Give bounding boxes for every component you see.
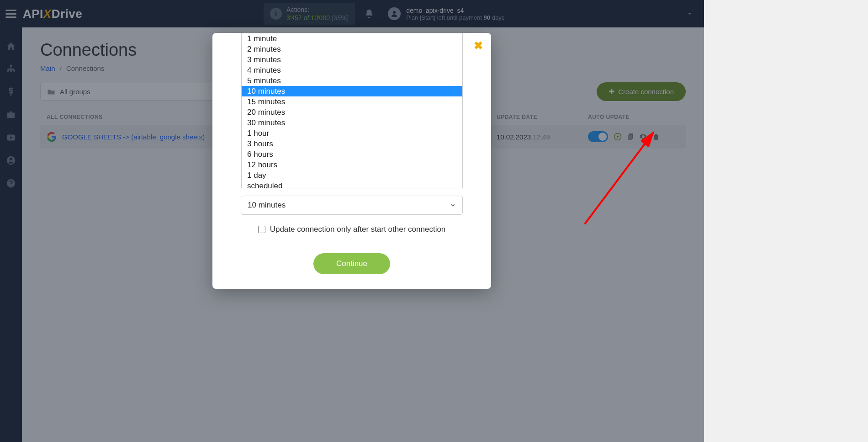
update-after-label: Update connection only after start other… (270, 225, 446, 234)
interval-option[interactable]: 20 minutes (242, 107, 462, 117)
interval-option[interactable]: 12 hours (242, 160, 462, 170)
interval-option[interactable]: 1 hour (242, 128, 462, 138)
modal-close-button[interactable]: ✖ (474, 39, 483, 52)
interval-option[interactable]: 30 minutes (242, 117, 462, 128)
interval-option[interactable]: 1 day (242, 170, 462, 181)
interval-option[interactable]: 2 minutes (242, 44, 462, 54)
continue-button[interactable]: Continue (313, 253, 390, 274)
interval-dropdown-list[interactable]: 1 minute2 minutes3 minutes4 minutes5 min… (241, 33, 463, 188)
interval-option[interactable]: 6 hours (242, 149, 462, 160)
interval-select[interactable]: 10 minutes (241, 196, 463, 215)
update-after-checkbox[interactable] (258, 226, 265, 233)
interval-option[interactable]: 3 hours (242, 138, 462, 149)
interval-option[interactable]: 1 minute (242, 33, 462, 44)
interval-option[interactable]: 10 minutes (242, 86, 462, 96)
interval-option[interactable]: 15 minutes (242, 96, 462, 107)
update-after-checkbox-row[interactable]: Update connection only after start other… (241, 225, 463, 234)
interval-option[interactable]: scheduled (242, 181, 462, 188)
interval-option[interactable]: 4 minutes (242, 65, 462, 75)
interval-option[interactable]: 5 minutes (242, 75, 462, 86)
interval-option[interactable]: 3 minutes (242, 54, 462, 65)
chevron-down-icon (450, 202, 456, 208)
